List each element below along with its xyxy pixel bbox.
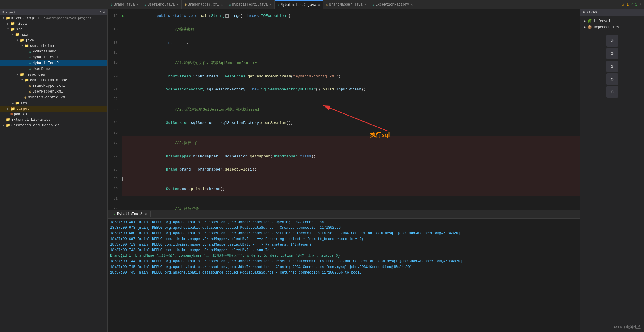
watermark: CSDN @荒神比丘: [614, 325, 641, 330]
sidebar-item-mybatistest2[interactable]: ☕ MybatisTest2: [0, 60, 107, 66]
maven-expand-icon: ▶: [584, 25, 586, 29]
tab-mybatistest1-java[interactable]: ☕ MybatisTest1.java ✕: [226, 0, 275, 9]
maven-item-lifecycle[interactable]: ▶ 🌿 Lifecycle: [580, 18, 644, 24]
sidebar-item-mybatis-config[interactable]: ⚙ mybatis-config.xml: [0, 95, 107, 100]
right-panel-btn-4[interactable]: ⚙: [606, 73, 618, 85]
line-content: //3.执行sql: [128, 136, 580, 150]
code-lines: 15 ▶ public static void main(String[] ar…: [108, 9, 580, 210]
pom-file-icon: m: [10, 112, 13, 116]
maven-item-dependencies[interactable]: ▶ 📦 Dependencies: [580, 24, 644, 30]
tab-label: Brand.java: [114, 3, 135, 7]
sidebar-item-label: src: [16, 27, 23, 31]
right-panel-btn-1[interactable]: ⚙: [606, 35, 618, 47]
tab-label: MybatisTest2.java: [281, 3, 316, 7]
execute-sql-label: 执行sql: [370, 132, 390, 138]
folder-icon: 📁: [20, 72, 24, 77]
right-panel-btn-5[interactable]: ⚙: [606, 86, 618, 98]
run-gutter: [122, 136, 128, 150]
arrow-icon: ▼: [1, 17, 6, 20]
line-content: public static void main(String[] args) t…: [128, 9, 580, 22]
tab-brandmapper-xml[interactable]: ⚙ BrandMapper.xml ✕: [182, 0, 226, 9]
sidebar-item-pom-xml[interactable]: m pom.xml: [0, 112, 107, 117]
tab-close-mybatistest2[interactable]: ✕: [318, 3, 320, 7]
sidebar-item-usermapper-xml[interactable]: ⚙ UserMapper.xml: [0, 89, 107, 95]
console-line: 18:37:00.719 [main] DEBUG com.itheima.ma…: [110, 242, 578, 248]
run-gutter: [122, 70, 128, 83]
tab-label: ExceptionFactory: [376, 3, 409, 7]
console-tab-mybatistest2[interactable]: ▶ MybatisTest2 ✕: [110, 211, 151, 217]
sidebar-item-src[interactable]: ▼ 📁 src: [0, 26, 107, 32]
folder-icon: 📁: [6, 16, 10, 20]
console-output[interactable]: 18:37:00.401 [main] DEBUG org.apache.iba…: [108, 219, 580, 332]
tab-close-brandmapper-xml[interactable]: ✕: [221, 3, 223, 6]
console-tab-close[interactable]: ✕: [145, 212, 147, 216]
sidebar: Project ≡ ⚙ ▼ 📁 maven-project D:\workspa…: [0, 9, 108, 332]
sidebar-item-label: resources: [25, 73, 45, 77]
sidebar-item-label: Scratches and Consoles: [11, 123, 59, 127]
line-content: InputStream inputStream = Resources.getR…: [128, 70, 580, 83]
line-number: 22: [108, 96, 122, 102]
arrow-icon: ▼: [10, 33, 15, 36]
sidebar-item-main[interactable]: ▼ 📁 main: [0, 32, 107, 38]
line-number: 24: [108, 116, 122, 129]
code-line-29: 29: [108, 176, 580, 182]
tab-userdemo-java[interactable]: ☕ UserDemo.java ✕: [141, 0, 182, 9]
code-line-16: 16 //接受参数: [108, 22, 580, 36]
sidebar-item-test[interactable]: ▶ 📁 test: [0, 100, 107, 106]
run-gutter: [122, 202, 128, 210]
arrow-icon: [24, 62, 29, 65]
sidebar-item-com-itheima[interactable]: ▼ 📁 com.itheima: [0, 43, 107, 49]
run-gutter[interactable]: ▶: [122, 9, 128, 22]
sidebar-item-label: MybatisTest2: [33, 61, 59, 65]
sidebar-item-target[interactable]: ▶ 📁 target: [0, 106, 107, 112]
expand-btn[interactable]: ⬆: [640, 2, 642, 7]
tab-close-mybatistest1[interactable]: ✕: [269, 3, 271, 6]
code-line-18: 18: [108, 49, 580, 56]
sidebar-item-brandmapper-xml[interactable]: ⚙ BrandMapper.xml: [0, 83, 107, 89]
folder-icon: 📁: [24, 44, 29, 48]
sidebar-item-maven-project[interactable]: ▼ 📁 maven-project D:\workspace\maven-pro…: [0, 15, 107, 21]
sidebar-btn-more[interactable]: ⚙: [103, 10, 105, 14]
sidebar-item-idea[interactable]: ▶ 📁 .idea: [0, 21, 107, 26]
run-gutter: [122, 96, 128, 102]
code-content[interactable]: 15 ▶ public static void main(String[] ar…: [108, 9, 580, 210]
sidebar-item-label: MyBatisDemo: [33, 49, 57, 54]
sidebar-item-userdemo[interactable]: ☕ UserDemo: [0, 66, 107, 72]
tab-exceptionfactory[interactable]: ☕ ExceptionFactory ✕: [369, 0, 416, 9]
sidebar-item-mybatisdemo[interactable]: ☕ MyBatisDemo: [0, 49, 107, 54]
sidebar-item-label: MybatisTest1: [33, 55, 59, 59]
console-tab-label: MybatisTest2: [117, 212, 142, 216]
arrow-icon: [24, 68, 29, 71]
line-number: 29: [108, 176, 122, 182]
sidebar-header: Project ≡ ⚙: [0, 9, 107, 15]
sidebar-btn-collapse[interactable]: ≡: [100, 10, 102, 14]
maven-title: Maven: [586, 10, 597, 15]
tab-mybatistest2-java[interactable]: ☕ MybatisTest2.java ✕: [275, 0, 323, 9]
sidebar-item-external-libraries[interactable]: ▶ 📁 External Libraries: [0, 117, 107, 122]
arrow-icon: [24, 50, 29, 53]
tab-close-brand[interactable]: ✕: [137, 3, 139, 6]
right-panel-btn-2[interactable]: ⚙: [606, 48, 618, 59]
code-line-26: 26 //3.执行sql: [108, 136, 580, 150]
line-number: 23: [108, 102, 122, 116]
folder-icon: 📁: [6, 118, 10, 122]
tab-close-exceptionfactory[interactable]: ✕: [411, 3, 413, 6]
tab-close-brandmapper-java[interactable]: ✕: [365, 3, 367, 6]
folder-icon: 📁: [10, 106, 15, 111]
sidebar-item-mybatistest1[interactable]: ☕ MybatisTest1: [0, 54, 107, 60]
right-panel-btn-3[interactable]: ⚙: [606, 61, 618, 72]
arrow-icon: ▼: [20, 44, 24, 47]
tab-brand-java[interactable]: ☕ Brand.java ✕: [108, 0, 141, 9]
sidebar-item-resources[interactable]: ▼ 📁 resources: [0, 72, 107, 77]
sidebar-item-scratches[interactable]: ▶ 📁 Scratches and Consoles: [0, 122, 107, 128]
console-line: 18:37:00.745 [main] DEBUG org.apache.iba…: [110, 264, 578, 270]
line-content: BrandMapper brandMapper = sqlSession.get…: [128, 150, 580, 163]
tab-label: MybatisTest1.java: [232, 3, 268, 7]
sidebar-item-label: java: [25, 38, 34, 42]
sidebar-item-java[interactable]: ▼ 📁 java: [0, 38, 107, 43]
tab-brandmapper-java[interactable]: ⚙ BrandMapper.java ✕: [323, 0, 369, 9]
tab-close-userdemo[interactable]: ✕: [177, 3, 179, 6]
arrow-icon: [24, 90, 29, 93]
run-gutter: [122, 102, 128, 116]
sidebar-item-mapper-folder[interactable]: ▼ 📁 com.itheima.mapper: [0, 77, 107, 83]
